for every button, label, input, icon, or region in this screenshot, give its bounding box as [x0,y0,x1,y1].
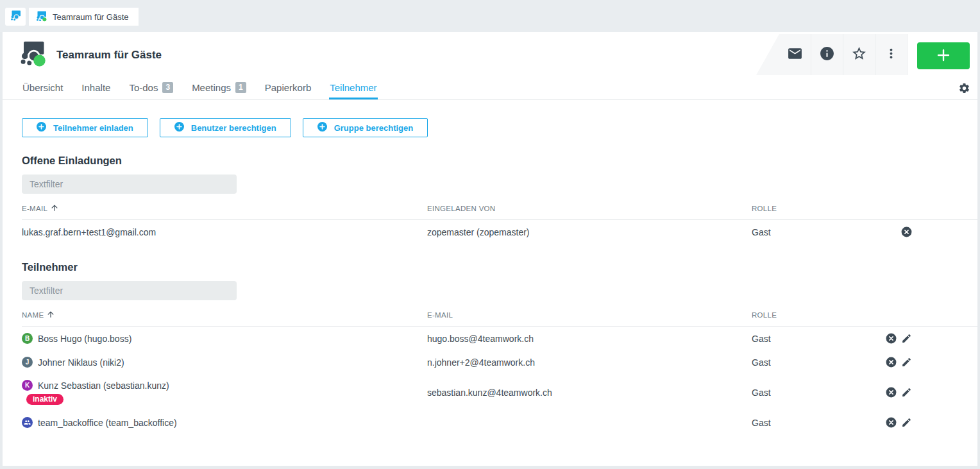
remove-participant-button[interactable] [885,386,897,398]
group-icon [24,419,31,426]
mail-button[interactable] [779,34,811,75]
section-tabbar: Übersicht Inhalte To-dos3 Meetings1 Papi… [3,77,977,100]
avatar: J [22,357,33,368]
column-header-role[interactable]: Rolle [752,205,880,212]
remove-participant-button[interactable] [885,332,897,345]
sort-arrow-up-icon [50,203,59,214]
tab-teilnehmer[interactable]: Teilnehmer [329,77,377,99]
plus-icon [936,47,951,65]
status-badge: inaktiv [26,394,63,405]
participant-email: sebastian.kunz@4teamwork.ch [427,388,752,398]
participant-name: Johner Niklaus (niki2) [38,357,124,368]
app-tab[interactable]: Teamraum für Gäste [29,8,139,26]
avatar: K [22,380,33,391]
column-header-email[interactable]: E-Mail [427,311,752,319]
participant-role: Gast [752,418,880,428]
invitation-email: lukas.graf.bern+test1@gmail.com [22,227,427,237]
group-avatar [22,417,33,428]
app-header: Teamraum für Gäste [3,32,977,77]
invitation-row: lukas.graf.bern+test1@gmail.com zopemast… [22,220,977,244]
remove-participant-button[interactable] [885,356,897,368]
tab-uebersicht[interactable]: Übersicht [22,77,63,99]
more-actions-button[interactable] [875,34,908,75]
participant-name: team_backoffice (team_backoffice) [38,418,177,428]
participants-table-header: Name E-Mail Rolle [22,306,977,327]
teamraum-app: { "colors": { "accent_blue": "#1ba8e8", … [0,0,980,469]
invitations-filter-input[interactable] [22,175,237,194]
star-icon [851,46,867,64]
invitation-invited-by: zopemaster (zopemaster) [427,227,752,237]
top-bar: Teamraum für Gäste [0,0,980,32]
tab-papierkorb[interactable]: Papierkorb [264,77,312,99]
tab-inhalte[interactable]: Inhalte [81,77,111,99]
participant-name: Kunz Sebastian (sebastian.kunz) [38,380,169,391]
teamraum-logo-icon [10,10,22,24]
main-card: Teamraum für Gäste [3,32,977,466]
plus-circle-icon [174,122,184,133]
plus-circle-icon [317,122,327,133]
favorite-button[interactable] [843,34,875,75]
participants-filter-input[interactable] [22,281,237,300]
teilnehmer-panel: Teilnehmer einladen Benutzer berechtigen… [22,100,977,466]
action-button-row: Teilnehmer einladen Benutzer berechtigen… [22,118,977,137]
edit-participant-button[interactable] [901,387,912,398]
add-button[interactable] [917,42,970,69]
participant-row: B Boss Hugo (hugo.boss) hugo.boss@4teamw… [22,327,977,350]
column-header-email[interactable]: E-Mail [22,203,427,214]
participant-role: Gast [752,357,880,368]
authorize-group-button[interactable]: Gruppe berechtigen [303,118,428,137]
meetings-count-badge: 1 [235,82,246,93]
mail-icon [787,46,803,64]
settings-button[interactable] [958,82,970,97]
participant-row: team_backoffice (team_backoffice) Gast [22,411,977,434]
participant-role: Gast [752,388,880,398]
edit-participant-button[interactable] [901,333,912,344]
remove-invitation-button[interactable] [900,226,913,238]
participant-row: J Johner Niklaus (niki2) n.johner+2@4tea… [22,350,977,374]
home-button[interactable] [5,8,26,26]
column-header-invited-by[interactable]: Eingeladen von [427,205,752,212]
sort-arrow-up-icon [46,310,55,320]
header-toolbar [756,34,908,75]
tab-todos[interactable]: To-dos3 [128,77,174,99]
participants-heading: Teilnehmer [22,260,977,273]
teamraum-logo-icon [19,40,46,69]
page-title: Teamraum für Gäste [56,49,162,62]
app-tab-label: Teamraum für Gäste [53,12,129,22]
todos-count-badge: 3 [162,82,173,93]
column-header-role[interactable]: Rolle [752,311,880,319]
authorize-user-button[interactable]: Benutzer berechtigen [160,118,291,137]
participant-email: n.johner+2@4teamwork.ch [427,357,752,368]
edit-participant-button[interactable] [901,357,912,368]
tab-meetings[interactable]: Meetings1 [191,77,247,99]
plus-circle-icon [37,122,46,133]
column-header-name[interactable]: Name [22,310,427,320]
info-button[interactable] [811,34,843,75]
avatar: B [22,333,33,344]
invite-participant-button[interactable]: Teilnehmer einladen [22,118,148,137]
info-icon [819,46,835,64]
participant-role: Gast [752,334,880,344]
participant-email: hugo.boss@4teamwork.ch [427,334,752,344]
remove-participant-button[interactable] [885,416,897,429]
invitations-heading: Offene Einladungen [22,154,977,167]
invitations-table-header: E-Mail Eingeladen von Rolle [22,200,977,220]
participant-name: Boss Hugo (hugo.boss) [38,334,131,344]
invitation-role: Gast [752,227,880,237]
edit-participant-button[interactable] [901,417,912,428]
kebab-menu-icon [884,46,899,64]
teamraum-logo-icon [35,10,47,24]
participant-row: K Kunz Sebastian (sebastian.kunz) inakti… [22,374,977,411]
